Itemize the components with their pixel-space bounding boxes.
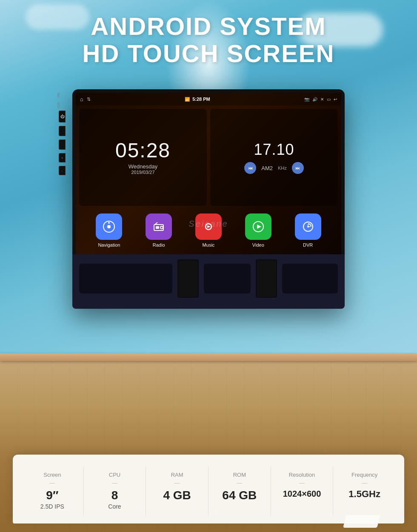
spec-screen-dash: —	[49, 480, 55, 486]
apps-row: Navigation Radio Music	[76, 209, 341, 254]
volume-icon: 🔊	[312, 97, 317, 102]
bottom-divider-2	[256, 259, 277, 298]
app-video[interactable]: Video	[245, 213, 271, 248]
clock-date: 2019/03/27	[131, 170, 154, 175]
device-wrapper: MIC RST ⏻ + - ⌂ ⇅ 📶 5:28 PM	[72, 89, 345, 309]
vol-up-button[interactable]: +	[59, 153, 66, 162]
spec-frequency-value: 1.5GHz	[348, 489, 380, 499]
app-radio[interactable]: Radio	[146, 213, 172, 248]
specs-section: Screen — 9″ 2.5D IPS CPU — 8 Core RAM — …	[0, 370, 417, 532]
spec-cpu-dash: —	[112, 480, 117, 486]
spec-resolution-label: Resolution	[289, 472, 315, 478]
spec-rom-label: ROM	[233, 472, 246, 478]
spec-frequency-label: Frequency	[351, 472, 377, 478]
radio-controls: ⏮ AM2 KHz ⏭	[244, 162, 304, 174]
mic-label: MIC	[57, 93, 60, 98]
stereo-unit: MIC RST ⏻ + - ⌂ ⇅ 📶 5:28 PM	[72, 89, 345, 309]
spec-resolution-value: 1024×600	[283, 489, 321, 498]
svg-point-2	[108, 222, 110, 224]
hero-section: ANDROID SYSTEM HD TOUCH SCREEN	[0, 13, 417, 67]
app-navigation[interactable]: Navigation	[96, 213, 122, 248]
spec-rom-value: 64 GB	[222, 489, 257, 501]
dvr-app-icon	[295, 213, 321, 240]
spec-ram-dash: —	[174, 480, 180, 486]
spec-cpu-sub: Core	[108, 503, 121, 510]
clock-widget[interactable]: 05:28 Wednesday 2019/03/27	[79, 109, 207, 206]
radio-app-icon	[146, 213, 172, 240]
app-dvr[interactable]: DVR	[295, 213, 321, 248]
camera-icon: 📷	[304, 97, 309, 102]
navigation-label: Navigation	[98, 242, 120, 248]
screen-bezel: MIC RST ⏻ + - ⌂ ⇅ 📶 5:28 PM	[72, 89, 345, 254]
navigation-icon	[96, 213, 122, 240]
clock-day: Wednesday	[129, 163, 157, 170]
spec-resolution: Resolution — 1024×600	[271, 467, 334, 515]
home-icon[interactable]: ⌂	[80, 96, 83, 102]
specs-grid: Screen — 9″ 2.5D IPS CPU — 8 Core RAM — …	[21, 467, 396, 515]
bottom-slot-left	[79, 264, 172, 293]
radio-unit: KHz	[278, 165, 287, 171]
spec-cpu-label: CPU	[109, 472, 120, 478]
svg-marker-9	[257, 225, 261, 229]
svg-point-5	[160, 226, 163, 229]
home-button[interactable]	[59, 126, 66, 136]
status-bar: ⌂ ⇅ 📶 5:28 PM 📷 🔊 ✕ ▭ ↩	[76, 93, 341, 105]
bottom-slot-right	[282, 264, 338, 293]
spec-rom: ROM — 64 GB	[208, 467, 271, 515]
side-buttons-left: ⏻ + -	[59, 111, 66, 175]
spec-ram-value: 4 GB	[163, 489, 191, 501]
video-app-icon	[245, 213, 271, 240]
status-time: 5:28 PM	[192, 97, 210, 102]
spec-screen: Screen — 9″ 2.5D IPS	[21, 467, 84, 515]
radio-band: AM2	[261, 165, 273, 171]
radio-widget[interactable]: 17.10 ⏮ AM2 KHz ⏭	[210, 109, 338, 206]
back-button[interactable]	[59, 139, 66, 150]
dvr-label: DVR	[303, 242, 313, 248]
music-label: Music	[203, 242, 215, 248]
power-button[interactable]: ⏻	[59, 111, 66, 122]
stereo-bottom-panel	[72, 254, 345, 304]
spec-ram-label: RAM	[171, 472, 183, 478]
spec-screen-label: Screen	[43, 472, 61, 478]
spec-resolution-dash: —	[299, 480, 305, 486]
spec-screen-value: 9″	[46, 489, 58, 501]
android-screen: ⌂ ⇅ 📶 5:28 PM 📷 🔊 ✕ ▭ ↩	[76, 93, 341, 254]
svg-point-1	[107, 225, 111, 228]
spec-frequency-dash: —	[362, 480, 367, 486]
bottom-divider	[177, 259, 199, 298]
specs-paper: Screen — 9″ 2.5D IPS CPU — 8 Core RAM — …	[13, 455, 404, 523]
clock-time: 05:28	[115, 140, 171, 161]
svg-rect-4	[156, 226, 159, 229]
hero-title-line2: HD TOUCH SCREEN	[0, 40, 417, 67]
radio-label: Radio	[153, 242, 165, 248]
spec-cpu-value: 8	[111, 489, 118, 501]
back-nav-icon: ↩	[334, 97, 337, 102]
radio-next-button[interactable]: ⏭	[292, 162, 304, 174]
radio-prev-button[interactable]: ⏮	[244, 162, 256, 174]
app-music[interactable]: Music	[195, 213, 222, 248]
spec-screen-sub: 2.5D IPS	[40, 503, 64, 510]
table-edge	[0, 353, 417, 361]
window-icon: ▭	[327, 97, 331, 102]
hero-title-line1: ANDROID SYSTEM	[0, 13, 417, 40]
radio-frequency: 17.10	[254, 141, 294, 159]
spec-ram: RAM — 4 GB	[146, 467, 208, 515]
vol-down-button[interactable]: -	[59, 166, 66, 175]
video-label: Video	[252, 242, 264, 248]
spec-cpu: CPU — 8 Core	[84, 467, 146, 515]
close-icon: ✕	[320, 97, 324, 102]
spec-frequency: Frequency — 1.5GHz	[333, 467, 396, 515]
music-app-icon	[195, 213, 222, 240]
widgets-row: 05:28 Wednesday 2019/03/27 17.10 ⏮ AM2 K…	[76, 105, 341, 209]
bottom-slot-middle	[204, 264, 251, 293]
rst-label: RST	[57, 102, 60, 108]
wifi-icon: 📶	[185, 97, 190, 102]
spec-rom-dash: —	[237, 480, 242, 486]
usb-icon: ⇅	[87, 97, 91, 102]
